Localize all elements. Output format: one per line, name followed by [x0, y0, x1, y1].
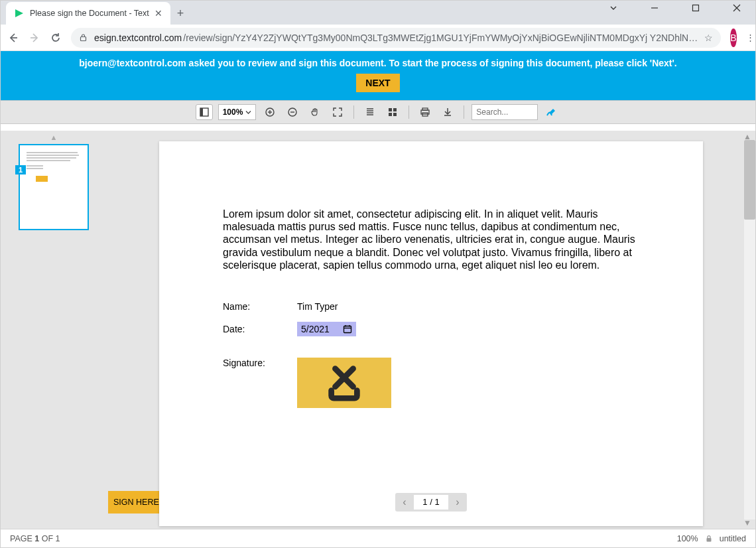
window-controls	[600, 0, 750, 18]
signature-placeholder-icon	[324, 362, 365, 403]
document-body-text: Lorem ipsum dolor sit amet, consectetur …	[223, 208, 639, 271]
date-label: Date:	[223, 324, 297, 335]
search-input[interactable]	[472, 104, 538, 120]
tab-title: Please sign the Document - Text	[30, 9, 149, 18]
svg-rect-22	[393, 113, 397, 116]
reload-button[interactable]	[50, 31, 62, 44]
sign-banner: bjoern@textcontrol.com asked you to revi…	[1, 51, 755, 100]
next-button[interactable]: NEXT	[356, 74, 399, 92]
url-bar[interactable]: esign.textcontrol.com/review/sign/YzY4Y2…	[71, 28, 721, 48]
toolbar-separator	[353, 105, 354, 119]
thumbnail-page-badge: 1	[15, 165, 26, 174]
name-label: Name:	[223, 301, 297, 312]
maximize-icon[interactable]	[682, 0, 709, 18]
date-value: 5/2021	[301, 324, 330, 335]
page-indicator: 1 / 1	[414, 495, 448, 510]
tab-favicon	[14, 8, 25, 19]
thumb-scroll-up-icon[interactable]: ▲	[50, 133, 58, 141]
prev-page-button[interactable]: ‹	[395, 496, 414, 508]
svg-marker-0	[15, 9, 23, 17]
signature-label: Signature:	[223, 358, 297, 369]
toolbar-separator	[409, 105, 409, 119]
svg-rect-2	[693, 5, 699, 11]
zoom-in-icon[interactable]	[261, 104, 279, 120]
svg-rect-19	[389, 108, 392, 111]
zoom-value: 100%	[223, 107, 243, 117]
sign-here-label: SIGN HERE	[108, 491, 166, 514]
toolbar-separator	[464, 105, 464, 119]
zoom-out-icon[interactable]	[284, 104, 301, 120]
profile-avatar[interactable]: B	[730, 29, 736, 47]
svg-rect-21	[389, 113, 392, 116]
back-button[interactable]	[7, 31, 19, 44]
chevron-down-icon[interactable]	[600, 0, 627, 18]
svg-rect-20	[393, 108, 397, 111]
calendar-icon	[343, 324, 352, 334]
sidebar-toggle-icon[interactable]	[196, 104, 213, 120]
new-tab-button[interactable]: +	[177, 7, 184, 25]
browser-tab[interactable]: Please sign the Document - Text ✕	[6, 2, 170, 25]
print-icon[interactable]	[416, 104, 434, 120]
name-value: Tim Typer	[297, 301, 338, 312]
svg-rect-34	[706, 538, 711, 542]
status-bar: PAGE 1 OF 1 100% untitled	[1, 529, 755, 547]
next-page-button[interactable]: ›	[448, 496, 467, 508]
thumbnail-preview	[27, 152, 81, 169]
close-window-icon[interactable]	[724, 0, 750, 18]
signature-field[interactable]	[297, 358, 391, 408]
status-page: PAGE 1 OF 1	[10, 534, 60, 543]
zoom-dropdown[interactable]: 100%	[218, 104, 257, 120]
main-region: ▲ 1 ▲ SIGN HERE Lorem ipsum dolor sit am…	[1, 131, 755, 529]
minimize-icon[interactable]	[641, 0, 668, 18]
bookmark-star-icon[interactable]: ☆	[704, 33, 713, 43]
grid-view-icon[interactable]	[384, 104, 401, 120]
svg-rect-7	[81, 37, 86, 41]
download-icon[interactable]	[439, 104, 456, 120]
browser-tabstrip: Please sign the Document - Text ✕ +	[1, 1, 755, 25]
fullscreen-icon[interactable]	[329, 104, 346, 120]
close-tab-icon[interactable]: ✕	[155, 8, 162, 19]
pan-hand-icon[interactable]	[306, 104, 324, 120]
single-page-icon[interactable]	[361, 104, 379, 120]
svg-rect-28	[344, 326, 351, 332]
banner-message: bjoern@textcontrol.com asked you to revi…	[14, 58, 742, 68]
status-page-prefix: PAGE	[10, 534, 34, 543]
status-zoom: 100%	[677, 534, 698, 543]
lock-icon	[79, 33, 88, 42]
date-field[interactable]: 5/2021	[297, 322, 356, 337]
browser-addressbar: esign.textcontrol.com/review/sign/YzY4Y2…	[1, 25, 755, 51]
page-thumbnail[interactable]: 1	[19, 144, 89, 230]
status-page-suffix: OF 1	[39, 534, 60, 543]
vertical-scrollbar[interactable]	[744, 140, 755, 519]
viewer-toolbar: 100%	[1, 100, 755, 124]
scrollbar-handle[interactable]	[744, 140, 755, 220]
thumbnail-panel: ▲ 1	[1, 131, 107, 529]
forward-button[interactable]	[29, 31, 40, 44]
svg-rect-9	[200, 108, 203, 116]
status-filename: untitled	[720, 534, 746, 543]
sign-tool-icon[interactable]	[543, 104, 560, 120]
document-page: Lorem ipsum dolor sit amet, consectetur …	[159, 141, 703, 526]
kebab-menu-icon[interactable]: ⋮	[746, 31, 755, 44]
page-nav: ‹ 1 / 1 ›	[395, 493, 467, 512]
thumbnail-signature-mark	[36, 176, 48, 182]
url-host: esign.textcontrol.com	[94, 33, 182, 43]
scroll-down-icon[interactable]: ▼	[743, 518, 751, 527]
url-path: /review/sign/YzY4Y2ZjYWQtYTg3My00NmQ3LTg…	[183, 33, 698, 43]
document-viewport: ▲ SIGN HERE Lorem ipsum dolor sit amet, …	[107, 131, 755, 529]
status-lock-icon	[705, 535, 713, 543]
